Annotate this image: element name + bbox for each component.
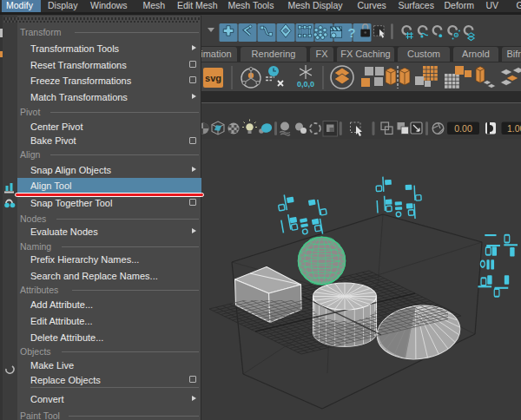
svg-text:svg: svg (205, 73, 221, 83)
svg-text:?: ? (348, 26, 356, 40)
svg-text:0.00: 0.00 (454, 123, 472, 134)
svg-text:1.00: 1.00 (507, 123, 521, 134)
svg-text:0,0,0: 0,0,0 (297, 80, 314, 89)
